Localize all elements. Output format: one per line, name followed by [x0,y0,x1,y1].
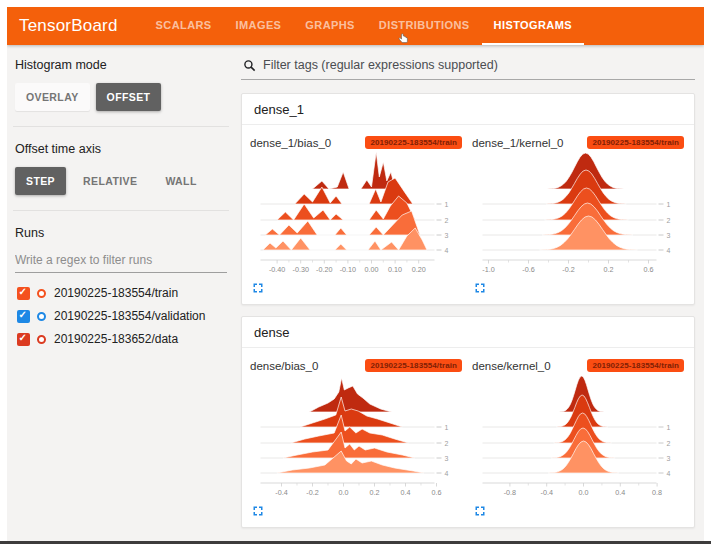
run-filter-input[interactable] [15,251,227,273]
expand-chart-button[interactable] [474,282,486,294]
svg-text:-1.0: -1.0 [482,265,494,274]
chart-dense-1-bias-0: dense_1/bias_0 20190225-183554/train 123… [248,134,466,302]
tab-graphs[interactable]: GRAPHS [293,7,366,45]
chart-title: dense_1/bias_0 [250,137,331,149]
app-window: TensorBoard SCALARS IMAGES GRAPHS DISTRI… [7,7,704,541]
chart-title: dense/kernel_0 [472,360,551,372]
svg-text:1: 1 [667,201,671,208]
svg-text:0.4: 0.4 [615,488,625,497]
run-label: 20190225-183554/train [54,286,178,300]
svg-text:-0.40: -0.40 [269,265,285,274]
svg-text:-0.6: -0.6 [522,265,534,274]
cursor-hand-icon [398,33,409,45]
chart-dense-bias-0: dense/bias_0 20190225-183554/train 1234-… [248,357,466,525]
expand-chart-button[interactable] [252,282,264,294]
main-panel: dense_1 dense_1/bias_0 20190225-183554/t… [235,45,704,541]
svg-text:0.0: 0.0 [579,488,589,497]
svg-text:4: 4 [667,470,671,477]
run-color-circle[interactable] [37,289,46,298]
app-title: TensorBoard [19,16,118,36]
search-icon [243,59,256,72]
fullscreen-icon [252,505,264,517]
svg-text:-0.8: -0.8 [504,488,516,497]
svg-text:-0.10: -0.10 [340,265,356,274]
svg-text:0.8: 0.8 [652,488,662,497]
svg-text:2: 2 [667,440,671,447]
fullscreen-icon [252,282,264,294]
run-checkbox[interactable] [17,287,30,300]
card-dense: dense dense/bias_0 20190225-183554/train… [241,316,695,528]
run-label: 20190225-183554/validation [54,309,205,323]
chart-dense-1-kernel-0: dense_1/kernel_0 20190225-183554/train 1… [470,134,688,302]
run-badge: 20190225-183554/train [587,359,684,372]
step-button[interactable]: STEP [15,167,66,195]
tab-bar: SCALARS IMAGES GRAPHS DISTRIBUTIONS HIST… [144,7,584,45]
svg-text:0.20: 0.20 [412,265,426,274]
svg-text:-0.2: -0.2 [306,488,318,497]
svg-text:1: 1 [667,424,671,431]
svg-text:0.10: 0.10 [388,265,402,274]
histogram-plot-svg: 1234-0.8-0.40.00.40.8 [470,373,686,503]
svg-text:3: 3 [667,455,671,462]
run-row-validation: 20190225-183554/validation [17,309,227,323]
run-checkbox[interactable] [17,310,30,323]
histogram-plot: 1234-0.8-0.40.00.40.8 [470,373,688,503]
svg-text:4: 4 [445,470,449,477]
tab-histograms[interactable]: HISTOGRAMS [482,7,584,45]
svg-text:1: 1 [445,201,449,208]
expand-chart-button[interactable] [252,505,264,517]
svg-text:4: 4 [445,247,449,254]
svg-text:0.00: 0.00 [365,265,379,274]
histogram-plot: 1234-0.4-0.20.00.20.40.6 [248,373,466,503]
histogram-plot-svg: 1234-1.0-0.6-0.20.20.6 [470,150,686,280]
run-row-data: 20190225-183652/data [17,332,227,346]
expand-chart-button[interactable] [474,505,486,517]
run-row-train: 20190225-183554/train [17,286,227,300]
sidebar-divider [13,126,229,127]
runs-label: Runs [15,226,227,240]
tab-scalars[interactable]: SCALARS [144,7,224,45]
card-header[interactable]: dense [242,317,694,348]
run-badge: 20190225-183554/train [587,136,684,149]
svg-text:2: 2 [445,440,449,447]
svg-text:-0.4: -0.4 [275,488,287,497]
histogram-mode-label: Histogram mode [15,58,227,72]
sidebar-divider [13,210,229,211]
sidebar: Histogram mode OVERLAY OFFSET Offset tim… [7,45,235,541]
svg-text:1: 1 [445,424,449,431]
svg-text:2: 2 [445,217,449,224]
run-checkbox[interactable] [17,333,30,346]
svg-text:3: 3 [445,232,449,239]
svg-text:-0.2: -0.2 [562,265,574,274]
svg-text:-0.30: -0.30 [293,265,309,274]
svg-text:3: 3 [667,232,671,239]
run-color-circle[interactable] [37,312,46,321]
tab-images[interactable]: IMAGES [224,7,294,45]
offset-time-axis-label: Offset time axis [15,142,227,156]
wall-button[interactable]: WALL [154,167,207,195]
svg-text:0.2: 0.2 [604,265,614,274]
svg-text:2: 2 [667,217,671,224]
histogram-plot: 1234-0.40-0.30-0.20-0.100.000.100.20 [248,150,466,280]
relative-button[interactable]: RELATIVE [72,167,148,195]
overlay-button[interactable]: OVERLAY [15,83,90,111]
svg-text:0.4: 0.4 [401,488,411,497]
fullscreen-icon [474,282,486,294]
svg-text:0.6: 0.6 [432,488,442,497]
filter-tags-input[interactable] [263,58,693,72]
navbar: TensorBoard SCALARS IMAGES GRAPHS DISTRI… [7,7,704,45]
run-label: 20190225-183652/data [54,332,178,346]
svg-text:3: 3 [445,455,449,462]
fullscreen-icon [474,505,486,517]
run-badge: 20190225-183554/train [365,359,462,372]
histogram-plot-svg: 1234-0.40-0.30-0.20-0.100.000.100.20 [248,150,464,280]
filter-tags-bar [241,56,695,80]
offset-button[interactable]: OFFSET [96,83,162,111]
run-badge: 20190225-183554/train [365,136,462,149]
card-header[interactable]: dense_1 [242,94,694,125]
svg-text:4: 4 [667,247,671,254]
run-color-circle[interactable] [37,335,46,344]
histogram-plot-svg: 1234-0.4-0.20.00.20.40.6 [248,373,464,503]
card-dense-1: dense_1 dense_1/bias_0 20190225-183554/t… [241,93,695,305]
tab-distributions[interactable]: DISTRIBUTIONS [367,7,482,45]
